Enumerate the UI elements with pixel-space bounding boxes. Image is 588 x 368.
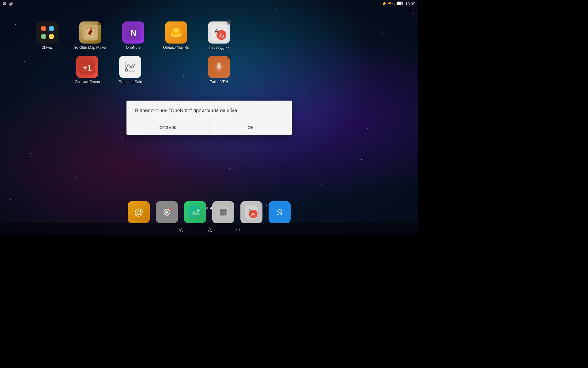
at-icon: @ <box>9 1 13 6</box>
error-dialog: В приложении "OneNote" произошла ошибка.… <box>126 101 292 135</box>
status-left-icons: 🖼 @ <box>2 1 13 6</box>
time-display: 13:39 <box>405 2 415 6</box>
dialog-buttons: ОТЗЫВ ОК <box>126 120 292 135</box>
status-bar: ⚡ 4Gul 13:39 <box>0 0 418 7</box>
svg-rect-32 <box>397 2 401 5</box>
dialog-message: В приложении "OneNote" произошла ошибка. <box>126 101 292 120</box>
dialog-review-button[interactable]: ОТЗЫВ <box>126 120 209 135</box>
network-icon: 4Gul <box>388 1 395 6</box>
dialog-overlay: В приложении "OneNote" произошла ошибка.… <box>0 0 418 236</box>
dialog-ok-button[interactable]: ОК <box>209 120 292 135</box>
bluetooth-icon: ⚡ <box>381 1 386 6</box>
battery-icon <box>397 2 403 6</box>
photo-icon: 🖼 <box>2 1 6 6</box>
svg-rect-31 <box>403 2 403 4</box>
